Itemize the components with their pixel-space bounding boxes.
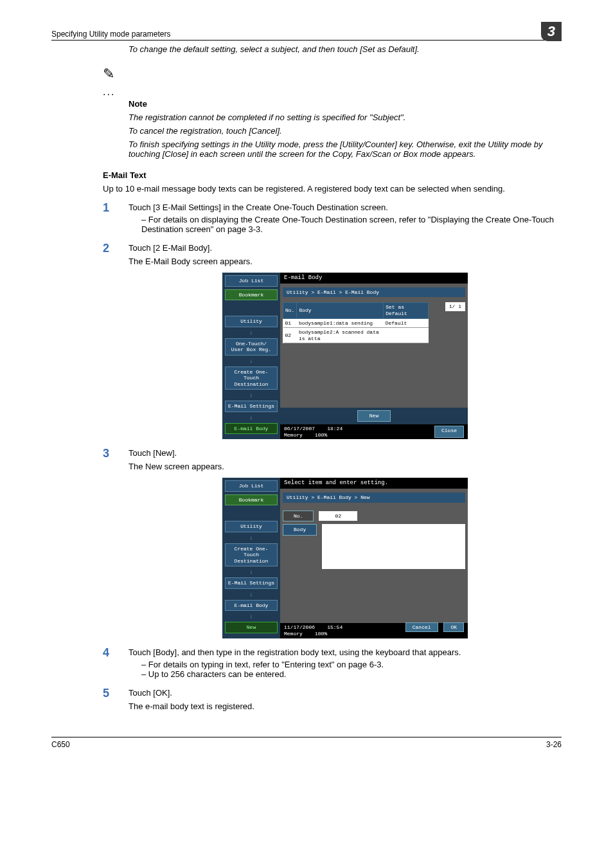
note-heading: Note: [129, 99, 562, 109]
section-intro: Up to 10 e-mail message body texts can b…: [103, 184, 562, 194]
status-time: 15:54: [327, 624, 342, 630]
create-onetouch-button[interactable]: Create One-Touch Destination: [225, 543, 278, 567]
ok-button[interactable]: OK: [443, 622, 464, 632]
status-memory-label: Memory: [284, 631, 303, 637]
no-value: 02: [319, 511, 357, 521]
note-p3: To finish specifying settings in the Uti…: [129, 140, 562, 159]
table-row[interactable]: 01 bodysample1:data sending Default: [283, 318, 429, 328]
utility-button[interactable]: Utility: [225, 316, 278, 327]
arrow-down-icon: ↓: [225, 569, 278, 576]
arrow-down-icon: ↓: [225, 392, 278, 399]
body-button[interactable]: Body: [283, 524, 317, 536]
status-memory-value: 100%: [315, 631, 327, 637]
step-bullet: For details on displaying the Create One…: [141, 215, 562, 234]
footer-left: C650: [51, 740, 70, 749]
step-text: Touch [New].: [129, 448, 177, 458]
step-number: 3: [103, 447, 109, 460]
status-time: 18:24: [327, 426, 342, 431]
step-number: 4: [103, 646, 109, 660]
new-button[interactable]: New: [357, 410, 391, 422]
note-p1: The registration cannot be completed if …: [129, 113, 562, 122]
bookmark-button[interactable]: Bookmark: [225, 494, 278, 506]
email-settings-button[interactable]: E-Mail Settings: [225, 577, 278, 589]
step-number: 2: [103, 242, 109, 255]
bookmark-button[interactable]: Bookmark: [225, 289, 278, 301]
footer-right: 3-26: [546, 740, 562, 749]
screen-title: E-mail Body: [280, 273, 468, 284]
col-no: No.: [283, 303, 297, 318]
new-nav-button[interactable]: New: [225, 622, 278, 633]
note-p2: To cancel the registration, touch [Cance…: [129, 126, 562, 136]
step-number: 5: [103, 687, 109, 700]
arrow-down-icon: ↓: [225, 415, 278, 422]
page-header: Specifying Utility mode parameters 3: [51, 19, 562, 41]
step-after: The e-mail body text is registered.: [129, 701, 562, 711]
step-text: Touch [3 E-Mail Settings] in the Create …: [129, 203, 388, 212]
step-bullet: Up to 256 characters can be entered.: [141, 669, 562, 679]
close-button[interactable]: Close: [434, 426, 464, 438]
step-bullet: For details on typing in text, refer to …: [141, 660, 562, 669]
status-date: 06/17/2007: [284, 426, 315, 431]
step-text: Touch [OK].: [129, 688, 172, 698]
arrow-down-icon: ↓: [225, 613, 278, 620]
job-list-button[interactable]: Job List: [225, 480, 278, 492]
header-title: Specifying Utility mode parameters: [51, 30, 170, 39]
email-settings-button[interactable]: E-Mail Settings: [225, 401, 278, 412]
breadcrumb: Utility > E-Mail > E-Mail Body: [283, 287, 465, 298]
step-after: The E-Mail Body screen appears.: [129, 257, 562, 266]
email-body-button[interactable]: E-mail Body: [225, 600, 278, 611]
page-footer: C650 3-26: [51, 737, 562, 749]
onetouch-button[interactable]: One-Touch/ User Box Reg.: [225, 338, 278, 356]
no-label: No.: [283, 511, 314, 522]
table-row[interactable]: 02 bodysample2:A scanned data is atta: [283, 328, 429, 343]
body-value: [322, 524, 465, 569]
arrow-down-icon: ↓: [225, 330, 278, 337]
utility-button[interactable]: Utility: [225, 521, 278, 532]
col-body: Body: [297, 303, 384, 318]
status-date: 11/17/2006: [284, 624, 315, 630]
page-indicator: 1/ 1: [445, 302, 465, 311]
job-list-button[interactable]: Job List: [225, 275, 278, 287]
intro-text: To change the default setting, select a …: [129, 44, 562, 54]
status-memory-label: Memory: [284, 432, 303, 438]
chapter-badge: 3: [541, 22, 562, 41]
arrow-down-icon: ↓: [225, 535, 278, 542]
breadcrumb: Utility > E-Mail Body > New: [283, 493, 465, 503]
screenshot-new: Job List Bookmark Utility ↓ Create One-T…: [222, 478, 468, 638]
screenshot-email-body: Job List Bookmark Utility ↓ One-Touch/ U…: [222, 273, 468, 439]
step-text: Touch [2 E-Mail Body].: [129, 243, 212, 253]
screen-title: Select item and enter setting.: [280, 478, 468, 489]
col-default: Set as Default: [384, 303, 429, 318]
create-onetouch-button[interactable]: Create One-Touch Destination: [225, 366, 278, 390]
status-memory-value: 100%: [315, 432, 327, 438]
steps-list: 1 Touch [3 E-Mail Settings] in the Creat…: [129, 203, 562, 711]
arrow-down-icon: ↓: [225, 592, 278, 599]
step-after: The New screen appears.: [129, 462, 562, 471]
email-body-button[interactable]: E-mail Body: [225, 423, 278, 435]
cancel-button[interactable]: Cancel: [405, 622, 438, 632]
step-number: 1: [103, 201, 109, 215]
step-text: Touch [Body], and then type in the regis…: [129, 647, 461, 657]
section-title: E-Mail Text: [103, 170, 562, 180]
arrow-down-icon: ↓: [225, 358, 278, 365]
